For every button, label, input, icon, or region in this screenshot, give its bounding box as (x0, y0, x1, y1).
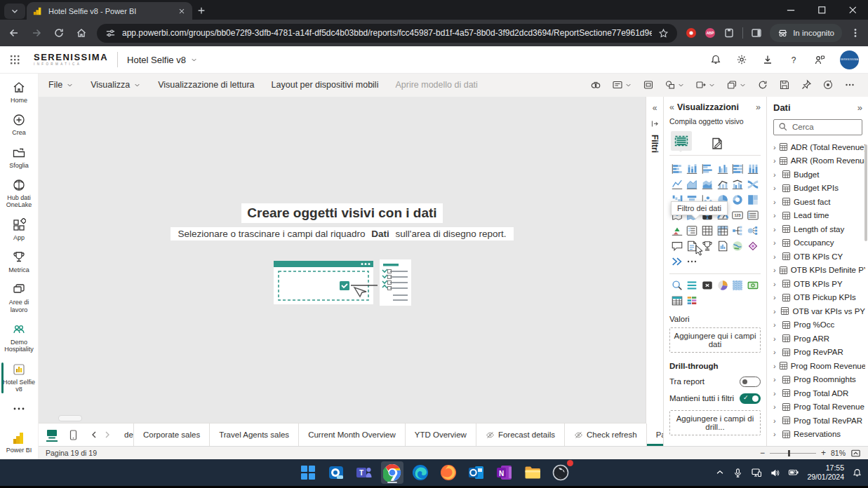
visual-clustered-column-chart-icon[interactable] (715, 163, 730, 176)
filters-expand-icon[interactable] (650, 119, 660, 128)
visual-table-icon[interactable] (700, 224, 715, 238)
visual-custom-pie-visual-icon[interactable] (715, 279, 730, 292)
window-close-button[interactable] (837, 0, 868, 20)
next-page-icon[interactable] (103, 430, 112, 440)
visual-decomposition-tree-icon[interactable] (730, 224, 746, 238)
expand-filters-icon[interactable]: « (653, 103, 657, 113)
help-icon[interactable]: ? (788, 54, 799, 65)
window-minimize-button[interactable] (775, 0, 806, 20)
explore-icon[interactable] (587, 77, 604, 93)
sidebar-item-metrica[interactable]: Metrica (0, 246, 39, 278)
display-icon[interactable] (751, 467, 762, 478)
visual-line-and-stacked-column-chart-icon[interactable] (715, 178, 730, 191)
visual-clustered-bar-chart-icon[interactable] (700, 163, 715, 176)
visual-card-icon[interactable]: 123 (730, 209, 746, 222)
visual-100-stacked-bar-chart-icon[interactable] (730, 163, 746, 176)
expand-chevron-icon[interactable]: › (773, 416, 779, 425)
download-icon[interactable] (762, 54, 773, 65)
sidebar-item-app[interactable]: App (0, 214, 39, 246)
settings-gear-icon[interactable] (736, 54, 747, 65)
visual-kpi-icon[interactable] (669, 224, 685, 238)
field-list-item[interactable]: ›Prog RevPAR (773, 345, 865, 359)
values-field-well[interactable]: Aggiungere qui i campi dati (669, 327, 761, 353)
menu-item-file[interactable]: File (48, 80, 74, 90)
tray-chevron-up-icon[interactable] (715, 468, 725, 477)
sidebar-item-more[interactable] (0, 398, 39, 421)
drill-field-well[interactable]: Aggiungere i campi di drill... (669, 410, 761, 435)
field-list-item[interactable]: ›Prog Room Revenue (773, 359, 865, 373)
notes-extension-icon[interactable] (723, 27, 735, 39)
visual-paginated-report-icon[interactable] (715, 240, 730, 253)
visual-qa-visual-icon[interactable] (669, 240, 685, 253)
field-list-item[interactable]: ›Guest fact (773, 195, 865, 209)
expand-chevron-icon[interactable]: › (773, 211, 779, 219)
field-list-item[interactable]: ›Prog Total RevPAR (773, 414, 865, 428)
visual-more-visuals-icon[interactable] (685, 255, 700, 269)
desktop-view-button[interactable] (43, 426, 61, 444)
taskbar-file-explorer-icon[interactable] (521, 461, 544, 484)
field-list-item[interactable]: ›OTB Pickup KPIs (773, 290, 865, 304)
cross-report-toggle[interactable] (740, 377, 761, 387)
site-settings-icon[interactable] (105, 28, 116, 39)
adblock-extension-icon[interactable]: ABP (705, 27, 716, 39)
visual-key-influencers-icon[interactable] (745, 224, 761, 238)
visual-stacked-bar-chart-icon[interactable] (669, 163, 685, 176)
visual-stacked-area-chart-icon[interactable] (700, 178, 715, 191)
more-options-icon[interactable] (841, 77, 858, 93)
data-search-input[interactable]: Cerca (773, 119, 862, 135)
field-list-item[interactable]: ›Prog ARR (773, 332, 865, 346)
page-tab-check-refresh[interactable]: Check refresh (565, 423, 647, 446)
address-bar[interactable]: app.powerbi.com/groups/bb0e72f9-3dfb-478… (97, 24, 677, 43)
page-tab-demand[interactable]: demand (115, 423, 134, 446)
expand-chevron-icon[interactable]: › (773, 402, 779, 411)
build-visual-tab[interactable] (671, 131, 692, 151)
taskbar-outlook-new-icon[interactable] (325, 461, 347, 484)
menu-item-visualizzazione-di-lettura[interactable]: Visualizzazione di lettura (158, 80, 254, 90)
page-tab-current-month-overview[interactable]: Current Month Overview (299, 423, 406, 446)
report-canvas[interactable]: Creare oggetti visivi con i dati Selezio… (39, 97, 646, 423)
expand-chevron-icon[interactable]: › (773, 266, 776, 274)
visual-arcgis-map-icon[interactable] (730, 240, 746, 253)
taskbar-outlook-icon[interactable] (465, 461, 488, 484)
expand-chevron-icon[interactable]: › (773, 362, 776, 370)
visual-custom-scorecard-icon[interactable] (700, 279, 715, 292)
expand-chevron-icon[interactable]: › (773, 375, 779, 384)
taskbar-chrome-icon[interactable] (381, 461, 403, 484)
field-list-item[interactable]: ›Lead time (773, 208, 865, 222)
microphone-icon[interactable] (733, 468, 743, 478)
filters-pane-label[interactable]: Filtri (650, 135, 660, 153)
field-list-item[interactable]: ›Budget (773, 168, 865, 182)
zoom-out-icon[interactable]: − (760, 448, 765, 458)
visual-power-apps-icon[interactable] (745, 240, 761, 253)
collapse-viz-icon[interactable]: « (669, 102, 674, 112)
menu-item-layout-per-dispositivi-mobili[interactable]: Layout per dispositivi mobili (272, 80, 379, 90)
taskbar-onenote-icon[interactable]: N (493, 461, 516, 484)
field-list-item[interactable]: ›Prog Roomnights (773, 372, 865, 386)
visual-area-chart-icon[interactable] (685, 178, 700, 191)
window-maximize-button[interactable] (806, 0, 837, 20)
expand-chevron-icon[interactable]: › (773, 307, 777, 316)
expand-chevron-icon[interactable]: › (773, 348, 779, 356)
tab-search-button[interactable] (4, 4, 25, 19)
expand-chevron-icon[interactable]: › (773, 293, 779, 301)
bookmark-star-icon[interactable] (658, 28, 669, 39)
user-avatar[interactable]: SERENISSIMA (840, 50, 859, 69)
field-list-item[interactable]: ›Prog %Occ (773, 318, 865, 332)
visual-custom-color-grid-icon[interactable] (685, 294, 700, 308)
expand-chevron-icon[interactable]: › (773, 198, 779, 206)
taskbar-start-icon[interactable] (297, 461, 319, 484)
mobile-view-button[interactable] (64, 426, 82, 444)
visual-donut-chart-icon[interactable] (730, 194, 746, 207)
pin-icon[interactable] (798, 77, 815, 93)
expand-chevron-icon[interactable]: › (773, 170, 779, 179)
field-list-item[interactable]: ›OTB var KPIs vs PY (773, 304, 865, 318)
home-button[interactable] (74, 27, 88, 39)
expand-chevron-icon[interactable]: › (773, 252, 779, 261)
expand-chevron-icon[interactable]: › (773, 430, 779, 438)
expand-chevron-icon[interactable]: › (773, 280, 779, 288)
viz-panel-chevron-icon[interactable]: » (756, 102, 761, 112)
prev-page-icon[interactable] (90, 430, 98, 440)
page-tab-corporate-sales[interactable]: Corporate sales (134, 423, 210, 446)
speaker-icon[interactable] (770, 468, 780, 478)
expand-chevron-icon[interactable]: › (773, 334, 779, 343)
